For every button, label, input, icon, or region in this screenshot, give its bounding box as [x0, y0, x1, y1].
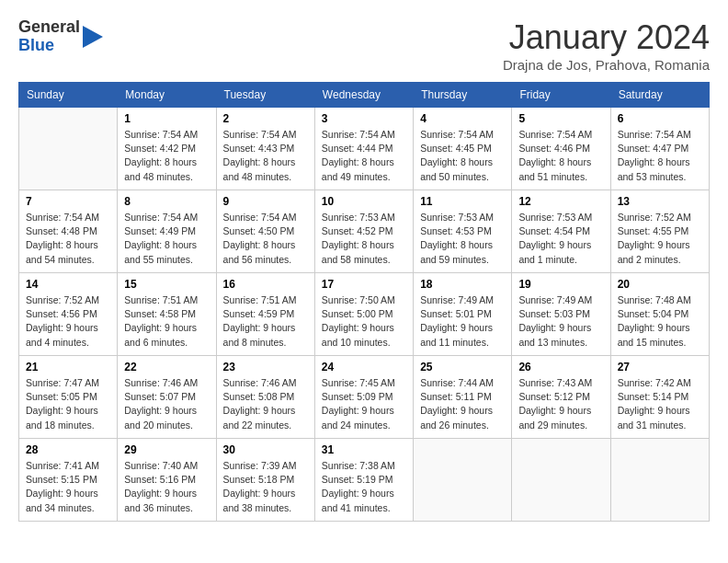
calendar-cell: 1Sunrise: 7:54 AM Sunset: 4:42 PM Daylig…	[118, 108, 216, 190]
day-number: 15	[124, 278, 209, 291]
calendar-cell: 10Sunrise: 7:53 AM Sunset: 4:52 PM Dayli…	[314, 190, 413, 273]
day-number: 6	[618, 112, 702, 125]
calendar-cell: 21Sunrise: 7:47 AM Sunset: 5:05 PM Dayli…	[19, 356, 118, 439]
day-number: 24	[322, 361, 406, 373]
calendar-cell: 5Sunrise: 7:54 AM Sunset: 4:46 PM Daylig…	[512, 108, 610, 190]
day-number: 17	[322, 278, 406, 291]
calendar-header: SundayMondayTuesdayWednesdayThursdayFrid…	[19, 83, 710, 108]
calendar-cell: 16Sunrise: 7:51 AM Sunset: 4:59 PM Dayli…	[216, 273, 314, 356]
logo: General Blue	[18, 18, 103, 55]
day-info: Sunrise: 7:41 AM Sunset: 5:15 PM Dayligh…	[26, 459, 110, 515]
day-number: 26	[518, 361, 603, 373]
day-number: 31	[322, 443, 406, 456]
calendar-cell	[19, 108, 118, 190]
day-number: 11	[420, 195, 505, 208]
day-info: Sunrise: 7:54 AM Sunset: 4:43 PM Dayligh…	[223, 128, 308, 184]
day-info: Sunrise: 7:54 AM Sunset: 4:42 PM Dayligh…	[124, 128, 209, 184]
day-info: Sunrise: 7:43 AM Sunset: 5:12 PM Dayligh…	[518, 376, 603, 432]
day-info: Sunrise: 7:54 AM Sunset: 4:45 PM Dayligh…	[420, 128, 505, 184]
day-number: 10	[322, 195, 406, 208]
day-of-week-header: Wednesday	[314, 83, 413, 108]
day-number: 7	[26, 195, 110, 208]
day-info: Sunrise: 7:53 AM Sunset: 4:53 PM Dayligh…	[420, 211, 505, 267]
day-number: 29	[124, 443, 209, 456]
day-of-week-header: Saturday	[610, 83, 709, 108]
calendar-cell: 11Sunrise: 7:53 AM Sunset: 4:53 PM Dayli…	[414, 190, 512, 273]
calendar-week-row: 28Sunrise: 7:41 AM Sunset: 5:15 PM Dayli…	[19, 439, 710, 522]
day-number: 21	[26, 361, 110, 373]
calendar-cell: 13Sunrise: 7:52 AM Sunset: 4:55 PM Dayli…	[610, 190, 709, 273]
day-number: 18	[420, 278, 505, 291]
day-number: 23	[223, 361, 308, 373]
month-title: January 2024	[503, 18, 710, 57]
logo-arrow-icon	[83, 26, 103, 48]
calendar-cell: 17Sunrise: 7:50 AM Sunset: 5:00 PM Dayli…	[314, 273, 413, 356]
calendar-cell: 22Sunrise: 7:46 AM Sunset: 5:07 PM Dayli…	[118, 356, 216, 439]
day-of-week-header: Tuesday	[216, 83, 314, 108]
calendar-cell: 6Sunrise: 7:54 AM Sunset: 4:47 PM Daylig…	[610, 108, 709, 190]
calendar-cell: 23Sunrise: 7:46 AM Sunset: 5:08 PM Dayli…	[216, 356, 314, 439]
calendar-week-row: 1Sunrise: 7:54 AM Sunset: 4:42 PM Daylig…	[19, 108, 710, 190]
calendar-cell: 9Sunrise: 7:54 AM Sunset: 4:50 PM Daylig…	[216, 190, 314, 273]
day-info: Sunrise: 7:39 AM Sunset: 5:18 PM Dayligh…	[223, 459, 308, 515]
day-info: Sunrise: 7:51 AM Sunset: 4:58 PM Dayligh…	[124, 293, 209, 350]
day-info: Sunrise: 7:45 AM Sunset: 5:09 PM Dayligh…	[322, 376, 406, 432]
calendar-cell: 8Sunrise: 7:54 AM Sunset: 4:49 PM Daylig…	[118, 190, 216, 273]
calendar-week-row: 21Sunrise: 7:47 AM Sunset: 5:05 PM Dayli…	[19, 356, 710, 439]
day-info: Sunrise: 7:54 AM Sunset: 4:49 PM Dayligh…	[124, 211, 209, 267]
day-number: 12	[518, 195, 603, 208]
svg-marker-0	[83, 26, 103, 48]
calendar-cell: 28Sunrise: 7:41 AM Sunset: 5:15 PM Dayli…	[19, 439, 118, 522]
day-number: 8	[124, 195, 209, 208]
day-info: Sunrise: 7:49 AM Sunset: 5:03 PM Dayligh…	[518, 293, 603, 350]
day-number: 13	[618, 195, 702, 208]
day-info: Sunrise: 7:46 AM Sunset: 5:07 PM Dayligh…	[124, 376, 209, 432]
calendar-cell: 3Sunrise: 7:54 AM Sunset: 4:44 PM Daylig…	[314, 108, 413, 190]
day-number: 1	[124, 112, 209, 125]
calendar-cell: 14Sunrise: 7:52 AM Sunset: 4:56 PM Dayli…	[19, 273, 118, 356]
day-number: 25	[420, 361, 505, 373]
day-number: 19	[518, 278, 603, 291]
day-info: Sunrise: 7:47 AM Sunset: 5:05 PM Dayligh…	[26, 376, 110, 432]
day-number: 30	[223, 443, 308, 456]
day-number: 20	[618, 278, 702, 291]
header: General Blue January 2024 Drajna de Jos,…	[18, 18, 710, 73]
calendar-cell: 18Sunrise: 7:49 AM Sunset: 5:01 PM Dayli…	[414, 273, 512, 356]
day-info: Sunrise: 7:46 AM Sunset: 5:08 PM Dayligh…	[223, 376, 308, 432]
calendar-cell: 7Sunrise: 7:54 AM Sunset: 4:48 PM Daylig…	[19, 190, 118, 273]
location-subtitle: Drajna de Jos, Prahova, Romania	[503, 57, 710, 73]
day-number: 3	[322, 112, 406, 125]
day-info: Sunrise: 7:51 AM Sunset: 4:59 PM Dayligh…	[223, 293, 308, 350]
day-info: Sunrise: 7:48 AM Sunset: 5:04 PM Dayligh…	[618, 293, 702, 350]
calendar-table: SundayMondayTuesdayWednesdayThursdayFrid…	[18, 82, 710, 522]
day-of-week-header: Sunday	[19, 83, 118, 108]
logo-text: General Blue	[18, 18, 80, 55]
title-block: January 2024 Drajna de Jos, Prahova, Rom…	[503, 18, 710, 73]
calendar-cell: 24Sunrise: 7:45 AM Sunset: 5:09 PM Dayli…	[314, 356, 413, 439]
calendar-cell: 25Sunrise: 7:44 AM Sunset: 5:11 PM Dayli…	[414, 356, 512, 439]
day-number: 27	[618, 361, 702, 373]
calendar-cell: 4Sunrise: 7:54 AM Sunset: 4:45 PM Daylig…	[414, 108, 512, 190]
calendar-cell: 31Sunrise: 7:38 AM Sunset: 5:19 PM Dayli…	[314, 439, 413, 522]
calendar-week-row: 7Sunrise: 7:54 AM Sunset: 4:48 PM Daylig…	[19, 190, 710, 273]
calendar-cell: 27Sunrise: 7:42 AM Sunset: 5:14 PM Dayli…	[610, 356, 709, 439]
day-info: Sunrise: 7:49 AM Sunset: 5:01 PM Dayligh…	[420, 293, 505, 350]
calendar-cell: 2Sunrise: 7:54 AM Sunset: 4:43 PM Daylig…	[216, 108, 314, 190]
calendar-cell: 29Sunrise: 7:40 AM Sunset: 5:16 PM Dayli…	[118, 439, 216, 522]
day-info: Sunrise: 7:54 AM Sunset: 4:46 PM Dayligh…	[518, 128, 603, 184]
calendar-cell: 20Sunrise: 7:48 AM Sunset: 5:04 PM Dayli…	[610, 273, 709, 356]
day-info: Sunrise: 7:53 AM Sunset: 4:52 PM Dayligh…	[322, 211, 406, 267]
day-number: 2	[223, 112, 308, 125]
day-of-week-header: Thursday	[414, 83, 512, 108]
calendar-cell: 26Sunrise: 7:43 AM Sunset: 5:12 PM Dayli…	[512, 356, 610, 439]
day-info: Sunrise: 7:42 AM Sunset: 5:14 PM Dayligh…	[618, 376, 702, 432]
calendar-cell	[414, 439, 512, 522]
day-info: Sunrise: 7:52 AM Sunset: 4:56 PM Dayligh…	[26, 293, 110, 350]
calendar-cell: 30Sunrise: 7:39 AM Sunset: 5:18 PM Dayli…	[216, 439, 314, 522]
calendar-cell: 15Sunrise: 7:51 AM Sunset: 4:58 PM Dayli…	[118, 273, 216, 356]
day-info: Sunrise: 7:54 AM Sunset: 4:48 PM Dayligh…	[26, 211, 110, 267]
day-info: Sunrise: 7:40 AM Sunset: 5:16 PM Dayligh…	[124, 459, 209, 515]
day-info: Sunrise: 7:53 AM Sunset: 4:54 PM Dayligh…	[518, 211, 603, 267]
calendar-cell: 12Sunrise: 7:53 AM Sunset: 4:54 PM Dayli…	[512, 190, 610, 273]
day-info: Sunrise: 7:50 AM Sunset: 5:00 PM Dayligh…	[322, 293, 406, 350]
